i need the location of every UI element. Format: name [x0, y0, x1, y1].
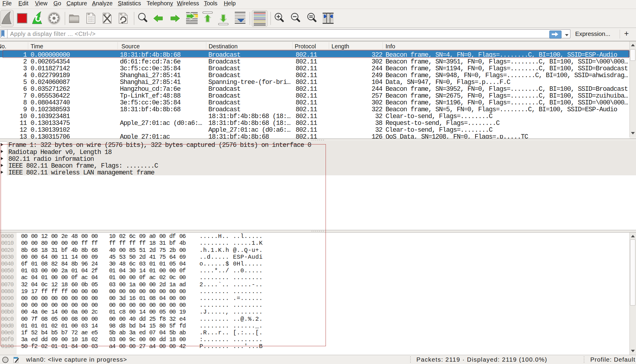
svg-text:0101: 0101: [88, 20, 94, 23]
